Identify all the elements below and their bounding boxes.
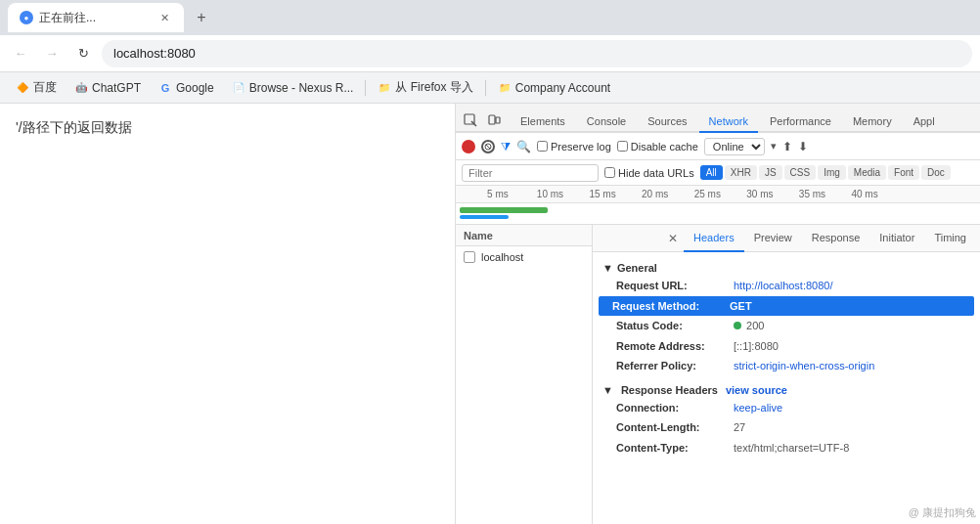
hide-data-urls-checkbox[interactable] [604, 167, 615, 178]
general-section-arrow: ▼ [602, 262, 613, 274]
tab-performance[interactable]: Performance [760, 111, 841, 133]
bookmark-google[interactable]: G Google [151, 76, 222, 100]
content-type-row: Content-Type: text/html;charset=UTF-8 [602, 438, 970, 458]
inspect-element-icon[interactable] [460, 109, 481, 131]
download-icon: ⬇ [798, 140, 808, 153]
bookmark-baidu[interactable]: 🔶 百度 [8, 76, 65, 100]
forward-button[interactable]: → [39, 41, 65, 66]
content-length-row: Content-Length: 27 [602, 417, 970, 438]
filter-icon: ⧩ [501, 140, 511, 153]
details-tab-response[interactable]: Response [802, 225, 870, 252]
details-tab-preview[interactable]: Preview [744, 225, 802, 252]
referrer-policy-row: Referrer Policy: strict-origin-when-cros… [602, 356, 970, 376]
bookmark-browse-nexus-label: Browse - Nexus R... [249, 81, 354, 95]
bookmark-google-label: Google [176, 81, 214, 95]
bookmark-chatgpt[interactable]: 🤖 ChatGPT [67, 76, 149, 100]
disable-cache-label[interactable]: Disable cache [617, 141, 698, 153]
chatgpt-icon: 🤖 [74, 81, 88, 95]
firefox-import-icon: 📁 [378, 81, 391, 95]
google-icon: G [158, 81, 172, 95]
item-checkbox [464, 251, 475, 263]
filter-css-button[interactable]: CSS [784, 165, 817, 180]
preserve-log-label[interactable]: Preserve log [537, 141, 611, 153]
network-list-item-localhost[interactable]: localhost [456, 246, 592, 268]
tab-console[interactable]: Console [577, 111, 636, 133]
address-input[interactable] [102, 40, 972, 67]
bookmark-baidu-label: 百度 [33, 79, 57, 96]
reload-button[interactable]: ↻ [70, 41, 96, 66]
filter-input[interactable] [462, 164, 599, 182]
throttle-select[interactable]: Online [704, 138, 765, 155]
search-icon[interactable]: 🔍 [516, 140, 531, 153]
remote-address-row: Remote Address: [::1]:8080 [602, 336, 970, 357]
device-toggle-icon[interactable] [483, 109, 505, 131]
tab-network[interactable]: Network [699, 111, 758, 133]
record-button[interactable] [462, 140, 475, 153]
timeline-marker-5ms: 5 ms [487, 189, 509, 199]
filter-bar: Hide data URLs All XHR JS CSS Img Media … [456, 160, 980, 186]
filter-img-button[interactable]: Img [818, 165, 846, 180]
bookmark-browse-nexus[interactable]: 📄 Browse - Nexus R... [224, 76, 362, 100]
network-toolbar: ⧩ 🔍 Preserve log Disable cache Online ▾ … [456, 133, 980, 160]
tab-sources[interactable]: Sources [638, 111, 696, 133]
bookmark-company-account-label: Company Account [515, 81, 610, 95]
new-tab-button[interactable]: + [188, 4, 215, 31]
active-tab[interactable]: ● 正在前往... ✕ [8, 3, 184, 32]
company-account-icon: 📁 [498, 81, 512, 95]
timeline-marker-15ms: 15 ms [589, 189, 615, 199]
details-tab-initiator[interactable]: Initiator [869, 225, 924, 252]
tab-favicon: ● [20, 11, 33, 24]
filter-doc-button[interactable]: Doc [921, 165, 951, 180]
devtools-tab-bar: Elements Console Sources Network Perform… [456, 104, 980, 133]
tab-elements[interactable]: Elements [511, 111, 575, 133]
bookmark-firefox-import[interactable]: 📁 从 Firefox 导入 [370, 76, 480, 100]
details-tab-timing[interactable]: Timing [924, 225, 976, 252]
timeline-marker-35ms: 35 ms [799, 189, 825, 199]
filter-type-group: All XHR JS CSS Img Media Font Doc [700, 165, 951, 180]
network-main: Name localhost ✕ Headers Preview [456, 225, 980, 524]
view-source-link[interactable]: view source [726, 384, 787, 396]
filter-all-button[interactable]: All [700, 165, 723, 180]
back-button[interactable]: ← [8, 41, 33, 66]
tab-memory[interactable]: Memory [843, 111, 902, 133]
details-panel: ✕ Headers Preview Response Initiator Tim… [593, 225, 980, 524]
bookmark-separator2 [485, 80, 486, 96]
filter-media-button[interactable]: Media [848, 165, 886, 180]
timeline-ruler: 5 ms 10 ms 15 ms 20 ms 25 ms 30 ms 35 ms… [456, 186, 980, 203]
status-code-row: Status Code: 200 [602, 316, 970, 336]
filter-font-button[interactable]: Font [888, 165, 919, 180]
baidu-icon: 🔶 [16, 81, 29, 95]
details-tab-headers[interactable]: Headers [684, 225, 744, 252]
hide-data-urls-label[interactable]: Hide data URLs [604, 167, 694, 179]
title-bar: ● 正在前往... ✕ + [0, 0, 980, 35]
stop-button[interactable] [481, 140, 495, 153]
bookmark-chatgpt-label: ChatGPT [92, 81, 141, 95]
timeline-bar-area [456, 203, 980, 225]
tab-title: 正在前往... [39, 10, 96, 26]
details-content: ▼ General Request URL: http://localhost:… [593, 252, 980, 524]
status-dot [734, 322, 741, 329]
timeline-green-bar [460, 207, 548, 213]
filter-js-button[interactable]: JS [759, 165, 782, 180]
bookmark-company-account[interactable]: 📁 Company Account [490, 76, 618, 100]
tab-close-button[interactable]: ✕ [156, 10, 172, 25]
network-list-header: Name [456, 225, 592, 246]
filter-xhr-button[interactable]: XHR [725, 165, 757, 180]
timeline-blue-bar [460, 215, 509, 219]
preserve-log-checkbox[interactable] [537, 141, 548, 152]
bookmarks-bar: 🔶 百度 🤖 ChatGPT G Google 📄 Browse - Nexus… [0, 72, 980, 104]
response-headers-section-title[interactable]: ▼ Response Headers view source [602, 380, 970, 398]
timeline-marker-40ms: 40 ms [851, 189, 877, 199]
disable-cache-checkbox[interactable] [617, 141, 628, 152]
timeline-marker-10ms: 10 ms [537, 189, 563, 199]
svg-line-5 [486, 145, 490, 149]
bookmark-separator [365, 80, 366, 96]
general-section-title[interactable]: ▼ General [602, 258, 970, 276]
timeline-marker-30ms: 30 ms [746, 189, 773, 199]
tab-appl[interactable]: Appl [904, 111, 945, 133]
devtools-toolbar-icons [460, 109, 505, 131]
details-close-button[interactable]: ✕ [664, 230, 682, 247]
timeline-marker-20ms: 20 ms [642, 189, 668, 199]
devtools-panel: Elements Console Sources Network Perform… [455, 104, 980, 524]
details-tab-bar: ✕ Headers Preview Response Initiator Tim… [593, 225, 980, 252]
